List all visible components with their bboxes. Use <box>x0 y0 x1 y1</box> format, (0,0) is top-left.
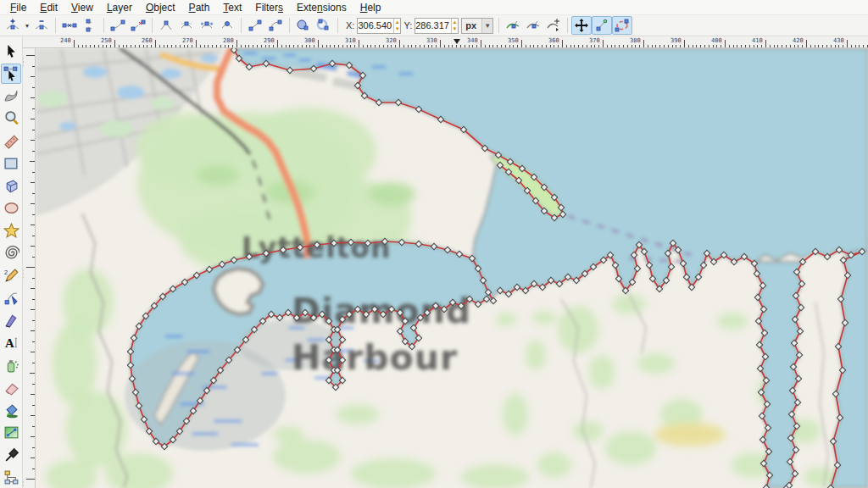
delete-node-button[interactable] <box>31 16 52 35</box>
menu-edit[interactable]: Edit <box>33 1 64 14</box>
join-nodes-button[interactable] <box>59 16 80 35</box>
rect-tool-button[interactable] <box>1 153 21 174</box>
menu-path[interactable]: Path <box>182 1 217 14</box>
pencil-tool-button[interactable]: 2 <box>1 265 21 286</box>
ruler-tick <box>794 45 795 47</box>
ruler-tick <box>208 45 209 47</box>
ruler-tick <box>204 45 205 47</box>
zoom-tool-button[interactable] <box>1 108 21 129</box>
menu-view[interactable]: View <box>64 1 100 14</box>
segment-curve-button[interactable] <box>265 16 286 35</box>
edit-mask-button[interactable] <box>523 16 543 35</box>
ruler-tick <box>668 45 669 47</box>
ruler-tick <box>330 45 331 47</box>
node-symmetric-button[interactable] <box>197 16 217 35</box>
text-tool-button[interactable]: A <box>1 333 21 353</box>
horizontal-ruler[interactable]: 2402502602702802903003103203303403503603… <box>23 37 868 48</box>
node-corner-button[interactable] <box>156 16 176 35</box>
vertical-ruler[interactable]: 15010050 <box>23 48 36 488</box>
eraser-tool-button[interactable] <box>1 378 21 398</box>
menu-bar: FileEditViewLayerObjectPathTextFiltersEx… <box>0 0 868 15</box>
x-coordinate-input[interactable]: 306.540▲▼ <box>357 18 401 34</box>
ellipse-tool-button[interactable] <box>1 198 21 219</box>
edit-clip-button[interactable] <box>503 16 523 35</box>
toolbar-separator <box>103 18 104 33</box>
menu-filters[interactable]: Filters <box>248 1 290 14</box>
stroke-to-path-button[interactable] <box>314 16 334 35</box>
ruler-tick <box>465 45 465 47</box>
y-spin-down[interactable]: ▼ <box>452 25 458 33</box>
menu-help[interactable]: Help <box>353 1 388 14</box>
ruler-tick <box>526 45 526 47</box>
join-segment-button[interactable] <box>108 16 128 35</box>
ruler-tick <box>460 45 461 47</box>
spiral-tool-button[interactable] <box>1 243 21 263</box>
unit-select[interactable]: px▼ <box>461 18 493 34</box>
connector-tool-button[interactable] <box>1 468 21 488</box>
ruler-tick <box>562 40 563 47</box>
insert-node-button[interactable] <box>3 16 23 35</box>
ruler-tick <box>314 45 314 47</box>
ruler-tick <box>32 172 35 173</box>
ruler-tick <box>187 45 188 47</box>
star-tool-button[interactable] <box>1 220 21 241</box>
ruler-tick <box>342 45 343 47</box>
ruler-tick <box>31 436 35 437</box>
delete-segment-button[interactable] <box>128 16 148 35</box>
tweak-tool-button[interactable] <box>1 86 21 106</box>
insert-node-menu-arrow[interactable]: ▾ <box>23 16 31 35</box>
pen-tool-button[interactable] <box>1 288 21 308</box>
x-spin-down[interactable]: ▼ <box>394 25 400 33</box>
menu-text[interactable]: Text <box>216 1 248 14</box>
segment-line-button[interactable] <box>245 16 265 35</box>
drawing-canvas[interactable]: LytteltonDiamondHarbour <box>36 48 868 488</box>
menu-extensions[interactable]: Extensions <box>290 1 353 14</box>
ruler-tick <box>119 45 120 47</box>
node-auto-button[interactable] <box>217 16 237 35</box>
y-coordinate-input[interactable]: 286.317▲▼ <box>415 18 459 34</box>
measure-tool-button[interactable] <box>1 130 21 151</box>
ruler-tick <box>31 246 35 247</box>
ruler-tick <box>32 151 35 152</box>
ruler-tick <box>542 45 542 47</box>
ruler-tick <box>228 45 229 47</box>
ruler-label: 280 <box>223 37 234 44</box>
node-tool-button[interactable] <box>1 64 21 84</box>
y-label: Y: <box>403 20 412 30</box>
ruler-tick <box>32 214 35 215</box>
box3d-tool-button[interactable] <box>1 175 21 196</box>
ruler-tick <box>492 45 493 47</box>
ruler-tick <box>688 45 689 47</box>
toolbar-separator <box>152 18 153 33</box>
ruler-tick <box>632 45 632 47</box>
dropper-tool-button[interactable] <box>1 445 21 465</box>
object-to-path-button[interactable] <box>293 16 314 35</box>
break-path-button[interactable] <box>80 16 100 35</box>
menu-layer[interactable]: Layer <box>100 1 139 14</box>
ruler-tick <box>806 40 807 47</box>
spray-tool-button[interactable] <box>1 355 21 375</box>
menu-file[interactable]: File <box>3 1 33 14</box>
ruler-tick <box>147 45 147 47</box>
ruler-tick <box>802 45 803 47</box>
ruler-tick <box>289 45 290 47</box>
show-node-handles-button[interactable] <box>592 16 612 35</box>
y-spin-up[interactable]: ▲ <box>452 19 458 26</box>
show-transform-handles-button[interactable] <box>571 16 592 35</box>
ruler-tick <box>318 40 319 47</box>
gradient-tool-button[interactable] <box>1 423 21 443</box>
ruler-tick <box>578 45 579 47</box>
ruler-tick <box>469 45 470 47</box>
lpe-param-button[interactable] <box>543 16 564 35</box>
x-spin-up[interactable]: ▲ <box>394 19 400 26</box>
calligraphy-tool-button[interactable] <box>1 310 21 330</box>
ruler-tick <box>546 45 547 47</box>
ruler-tick <box>139 45 140 47</box>
toolbox: 2A <box>0 37 23 488</box>
show-path-outline-button[interactable] <box>612 16 632 35</box>
selector-tool-button[interactable] <box>1 41 21 61</box>
bucket-tool-button[interactable] <box>1 400 21 420</box>
menu-object[interactable]: Object <box>139 1 182 14</box>
ruler-tick <box>370 45 371 47</box>
node-smooth-button[interactable] <box>176 16 197 35</box>
